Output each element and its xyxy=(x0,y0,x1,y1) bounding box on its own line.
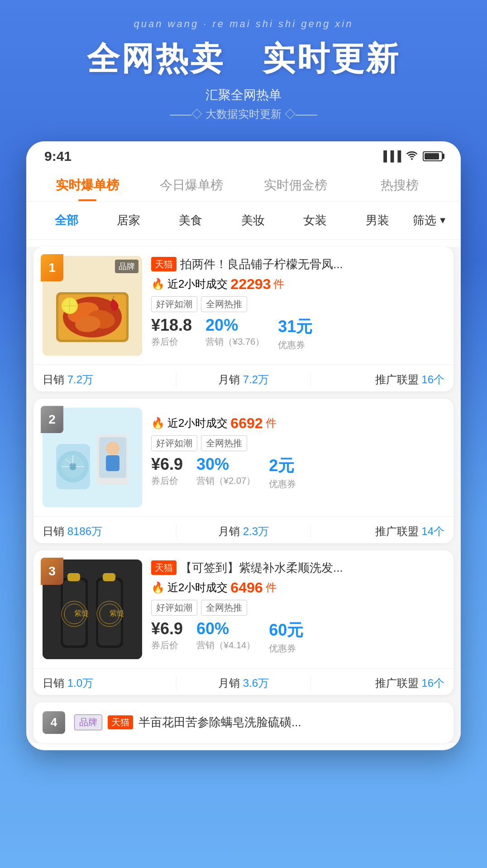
filter-button[interactable]: 筛选 ▼ xyxy=(408,209,452,232)
svg-rect-33 xyxy=(103,573,115,581)
svg-text:紫缇: 紫缇 xyxy=(74,609,89,617)
coupon-main-1: 31元 xyxy=(278,316,312,338)
stat-alliance-3: 推广联盟 16个 xyxy=(311,676,444,690)
coupon-label-1: 优惠券 xyxy=(278,339,312,351)
coupon-item-3: 60元 优惠券 xyxy=(269,619,303,655)
product-info-3: 天猫 【可签到】紫缇补水柔顺洗发... 🔥 近2小时成交 6496 件 好评如潮… xyxy=(151,559,444,659)
stat-alliance-2: 推广联盟 14个 xyxy=(311,524,444,539)
tag-3b: 全网热推 xyxy=(201,600,247,616)
category-home[interactable]: 居家 xyxy=(97,209,159,232)
price-item-3: ¥6.9 券后价 xyxy=(151,619,183,651)
tags-row-1: 好评如潮 全网热推 xyxy=(151,296,444,312)
pinyin-header: quan wang · re mai shi shi geng xin xyxy=(0,0,487,34)
hero-title-line1: 全网热卖 xyxy=(69,40,243,77)
price-item-1: ¥18.8 券后价 xyxy=(151,316,192,348)
price-label-3: 券后价 xyxy=(151,639,183,651)
tag-3a: 好评如潮 xyxy=(151,600,197,616)
status-bar: 9:41 ▐▐▐ xyxy=(26,141,461,168)
recent-sales-label-3: 近2小时成交 xyxy=(167,580,228,595)
stat-daily-3: 日销 1.0万 xyxy=(43,676,176,690)
category-women[interactable]: 女装 xyxy=(284,209,346,232)
hero-subtitle: 汇聚全网热单 ——◇ 大数据实时更新 ◇—— xyxy=(0,85,487,123)
product4-brand-badge: 品牌 xyxy=(74,714,102,730)
product-image-wrap-3: 3 xyxy=(43,559,142,659)
tab-commission[interactable]: 实时佣金榜 xyxy=(244,168,348,201)
product-card-4-partial[interactable]: 4 品牌 天猫 半亩花田苦参除螨皂洗脸硫磺... xyxy=(33,702,454,743)
commission-label-2: 营销（¥2.07） xyxy=(196,475,255,487)
stat-monthly-2: 月销 2.3万 xyxy=(177,524,310,539)
recent-sales-label-1: 近2小时成交 xyxy=(167,277,228,291)
rank-badge-2: 2 xyxy=(41,406,63,433)
tab-today[interactable]: 今日爆单榜 xyxy=(139,168,244,201)
tags-row-2: 好评如潮 全网热推 xyxy=(151,435,444,451)
price-row-3: ¥6.9 券后价 60% 营销（¥4.14） 60元 优惠券 xyxy=(151,619,444,655)
tab-realtime[interactable]: 实时爆单榜 xyxy=(35,168,139,201)
tag-1b: 全网热推 xyxy=(201,296,247,312)
product-title-3: 天猫 【可签到】紫缇补水柔顺洗发... xyxy=(151,559,444,576)
product-image-wrap-2: 2 xyxy=(43,408,142,507)
fire-icon-2: 🔥 xyxy=(151,417,165,429)
coupon-item-1: 31元 优惠券 xyxy=(278,316,312,351)
price-row-2: ¥6.9 券后价 30% 营销（¥2.07） 2元 优惠券 xyxy=(151,455,444,490)
tag-1a: 好评如潮 xyxy=(151,296,197,312)
tag-2b: 全网热推 xyxy=(201,435,247,451)
commission-item-1: 20% 营销（¥3.76） xyxy=(205,316,264,348)
product-card-1[interactable]: 1 xyxy=(33,247,454,391)
hero-title-line2: 实时更新 xyxy=(244,40,418,77)
platform-badge-1: 天猫 xyxy=(151,257,177,271)
category-bar: 全部 居家 美食 美妆 女装 男装 筛选 ▼ xyxy=(26,202,461,240)
wifi-icon xyxy=(406,150,418,163)
brand-tag-1: 品牌 xyxy=(115,260,138,273)
price-row-1: ¥18.8 券后价 20% 营销（¥3.76） 31元 优惠券 xyxy=(151,316,444,351)
battery-icon xyxy=(423,151,443,161)
tab-hot[interactable]: 热搜榜 xyxy=(348,168,452,201)
product-title-1: 天猫 拍两件！良品铺子柠檬无骨凤... xyxy=(151,256,444,272)
stat-daily-1: 日销 7.2万 xyxy=(43,372,176,387)
recent-sales-2: 🔥 近2小时成交 6692 件 xyxy=(151,415,444,432)
price-label-1: 券后价 xyxy=(151,336,192,348)
stat-daily-2: 日销 8186万 xyxy=(43,524,176,539)
category-food[interactable]: 美食 xyxy=(160,209,222,232)
product-card-2[interactable]: 2 xyxy=(33,399,454,543)
svg-point-14 xyxy=(106,442,119,455)
price-label-2: 券后价 xyxy=(151,475,183,487)
stat-monthly-1: 月销 7.2万 xyxy=(177,372,310,387)
recent-sales-num-3: 6496 xyxy=(230,579,263,596)
product-image-wrap-1: 1 xyxy=(43,256,142,356)
stat-monthly-3: 月销 3.6万 xyxy=(177,676,310,690)
category-men[interactable]: 男装 xyxy=(346,209,408,232)
category-all[interactable]: 全部 xyxy=(35,209,97,232)
rank-badge-1: 1 xyxy=(41,254,63,281)
recent-sales-num-2: 6692 xyxy=(230,415,263,432)
category-beauty[interactable]: 美妆 xyxy=(222,209,284,232)
product-card-3[interactable]: 3 xyxy=(33,550,454,695)
stats-row-3: 日销 1.0万 月销 3.6万 推广联盟 16个 xyxy=(33,668,454,695)
phone-mockup: 9:41 ▐▐▐ 实时爆单榜 今日爆单榜 实时佣金榜 热搜榜 全部 居家 美食 … xyxy=(26,141,461,750)
commission-label-3: 营销（¥4.14） xyxy=(196,639,255,651)
status-icons: ▐▐▐ xyxy=(380,150,443,163)
product4-platform-badge: 天猫 xyxy=(108,715,133,729)
product-info-1: 天猫 拍两件！良品铺子柠檬无骨凤... 🔥 近2小时成交 22293 件 好评如… xyxy=(151,256,444,356)
coupon-label-2: 优惠券 xyxy=(269,478,296,490)
tags-row-3: 好评如潮 全网热推 xyxy=(151,600,444,616)
coupon-main-3: 60元 xyxy=(269,619,303,641)
price-item-2: ¥6.9 券后价 xyxy=(151,455,183,487)
commission-label-1: 营销（¥3.76） xyxy=(205,336,264,348)
stats-row-2: 日销 8186万 月销 2.3万 推广联盟 14个 xyxy=(33,516,454,543)
recent-sales-1: 🔥 近2小时成交 22293 件 xyxy=(151,276,444,293)
commission-item-3: 60% 营销（¥4.14） xyxy=(196,619,255,651)
platform-badge-3: 天猫 xyxy=(151,560,177,575)
product4-title: 半亩花田苦参除螨皂洗脸硫磺... xyxy=(138,714,444,730)
signal-icon: ▐▐▐ xyxy=(380,150,401,162)
coupon-item-2: 2元 优惠券 xyxy=(269,455,296,490)
coupon-main-2: 2元 xyxy=(269,455,296,477)
status-time: 9:41 xyxy=(44,149,72,164)
price-main-1: ¥18.8 xyxy=(151,316,192,335)
hero-section: 全网热卖 实时更新 xyxy=(0,34,487,78)
tab-navigation: 实时爆单榜 今日爆单榜 实时佣金榜 热搜榜 xyxy=(26,168,461,202)
product-info-2: 🔥 近2小时成交 6692 件 好评如潮 全网热推 ¥6.9 xyxy=(151,408,444,507)
rank-badge-4: 4 xyxy=(43,711,65,734)
price-main-2: ¥6.9 xyxy=(151,455,183,474)
commission-item-2: 30% 营销（¥2.07） xyxy=(196,455,255,487)
fire-icon-3: 🔥 xyxy=(151,581,165,594)
